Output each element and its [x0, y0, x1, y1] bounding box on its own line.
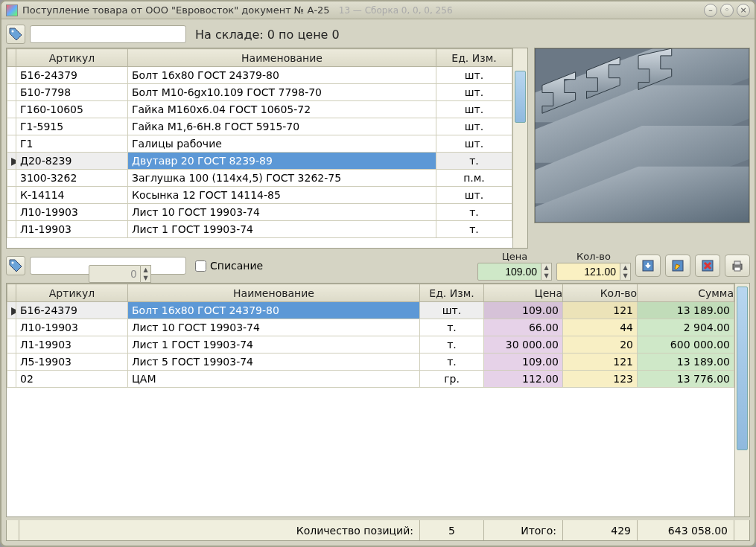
- tag-icon: [8, 258, 23, 273]
- total-sum: 643 058.00: [638, 520, 734, 540]
- window-title: Поступление товара от ООО "Евровосток" д…: [22, 4, 699, 16]
- qty-spinner: [89, 265, 141, 283]
- edit-button[interactable]: [665, 255, 690, 277]
- qty-input[interactable]: [556, 263, 620, 281]
- catalog-scrollbar[interactable]: [512, 48, 527, 248]
- document-row[interactable]: Л1-19903Лист 1 ГОСТ 19903-74т.30 000.002…: [7, 336, 734, 354]
- col-article[interactable]: Артикул: [16, 49, 128, 67]
- catalog-grid[interactable]: Артикул Наименование Ед. Изм. Б16-24379Б…: [6, 48, 528, 249]
- add-button[interactable]: [635, 255, 661, 277]
- col2-qty[interactable]: Кол-во: [563, 284, 638, 302]
- price-input[interactable]: [477, 263, 541, 281]
- app-window: Поступление товара от ООО "Евровосток" д…: [0, 0, 756, 547]
- print-icon: [730, 258, 745, 273]
- catalog-row[interactable]: ▶Д20-8239Двутавр 20 ГОСТ 8239-89т.: [7, 153, 512, 170]
- svg-point-7: [12, 262, 14, 264]
- filter-button-bottom[interactable]: [6, 256, 25, 275]
- total-label: Итого:: [484, 520, 563, 540]
- document-grid[interactable]: Артикул Наименование Ед. Изм. Цена Кол-в…: [6, 283, 750, 517]
- col2-unit[interactable]: Ед. Изм.: [420, 284, 484, 302]
- catalog-row[interactable]: Г1Галицы рабочиешт.: [7, 135, 512, 153]
- scroll-thumb[interactable]: [737, 287, 748, 450]
- catalog-row[interactable]: Б10-7798Болт М10-6gх10.109 ГОСТ 7798-70ш…: [7, 84, 512, 101]
- tag-icon: [8, 27, 23, 42]
- delete-icon: [700, 258, 715, 273]
- scroll-thumb[interactable]: [515, 71, 526, 123]
- totals-footer: Количество позиций: 5 Итого: 429 643 058…: [6, 520, 750, 541]
- catalog-row[interactable]: Л1-19903Лист 1 ГОСТ 19903-74т.: [7, 221, 512, 238]
- edit-icon: [670, 258, 685, 273]
- svg-point-0: [12, 31, 14, 33]
- titlebar[interactable]: Поступление товара от ООО "Евровосток" д…: [1, 1, 755, 19]
- svg-rect-13: [734, 267, 740, 271]
- qty-spinner-buttons[interactable]: ▲▼: [141, 265, 151, 283]
- col2-price[interactable]: Цена: [484, 284, 563, 302]
- col-name[interactable]: Наименование: [128, 49, 436, 67]
- catalog-row[interactable]: Б16-24379Болт 16х80 ГОСТ 24379-80шт.: [7, 67, 512, 84]
- col2-name[interactable]: Наименование: [128, 284, 420, 302]
- stock-label: На складе: 0 по цене 0: [195, 28, 340, 42]
- maximize-button[interactable]: ◦: [720, 4, 734, 17]
- positions-count: 5: [420, 520, 484, 540]
- col2-article[interactable]: Артикул: [16, 284, 128, 302]
- product-image: [534, 48, 750, 223]
- price-spin[interactable]: ▲▼: [541, 263, 552, 281]
- delete-button[interactable]: [695, 255, 720, 277]
- print-button[interactable]: [725, 255, 750, 277]
- app-icon: [6, 4, 18, 16]
- document-row[interactable]: ▶Б16-24379Болт 16х80 ГОСТ 24379-80шт.109…: [7, 302, 734, 319]
- document-row[interactable]: 02ЦАМгр.112.0012313 776.00: [7, 371, 734, 388]
- qty-label: Кол-во: [576, 251, 611, 262]
- catalog-row[interactable]: Г160-10605Гайка М160х6.04 ГОСТ 10605-72ш…: [7, 101, 512, 118]
- document-row[interactable]: Л10-19903Лист 10 ГОСТ 19903-74т.66.00442…: [7, 319, 734, 336]
- price-label: Цена: [502, 251, 528, 262]
- svg-rect-12: [734, 261, 740, 265]
- qty-spin[interactable]: ▲▼: [620, 263, 631, 281]
- positions-label: Количество позиций:: [19, 520, 420, 540]
- minimize-button[interactable]: –: [704, 4, 717, 17]
- col-unit[interactable]: Ед. Изм.: [436, 49, 512, 67]
- catalog-row[interactable]: Г1-5915Гайка М1,6-6Н.8 ГОСТ 5915-70шт.: [7, 118, 512, 135]
- catalog-row[interactable]: 3100-3262Заглушка 100 (114х4,5) ГОСТ 326…: [7, 170, 512, 187]
- document-row[interactable]: Л5-19903Лист 5 ГОСТ 19903-74т.109.001211…: [7, 354, 734, 371]
- search-input-top[interactable]: [30, 25, 186, 43]
- catalog-row[interactable]: К-14114Косынка 12 ГОСТ 14114-85шт.: [7, 187, 512, 204]
- writeoff-checkbox[interactable]: [195, 260, 206, 272]
- total-qty: 429: [563, 520, 638, 540]
- document-scrollbar[interactable]: [734, 284, 749, 516]
- catalog-row[interactable]: Л10-19903Лист 10 ГОСТ 19903-74т.: [7, 204, 512, 221]
- close-button[interactable]: ×: [737, 4, 750, 17]
- writeoff-label: Списание: [210, 260, 263, 272]
- col2-sum[interactable]: Сумма: [638, 284, 734, 302]
- save-down-icon: [641, 258, 655, 273]
- filter-button-top[interactable]: [6, 25, 25, 44]
